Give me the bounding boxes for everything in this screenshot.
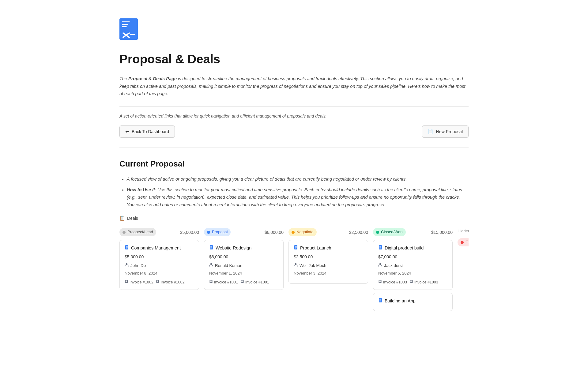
- deal-amount: $5,000.00: [125, 253, 194, 260]
- invoice-number: Invoice #1002: [130, 279, 153, 285]
- deal-card-title-row: Product Launch: [294, 245, 363, 252]
- deal-invoices: Invoice #1003Invoice #1003: [378, 279, 447, 285]
- svg-rect-8: [126, 246, 128, 247]
- document-icon: 📄: [428, 129, 434, 134]
- current-proposal-bullets: A focused view of active or ongoing prop…: [119, 175, 469, 209]
- current-proposal-title: Current Proposal: [119, 158, 469, 170]
- deal-card-doc-icon: [378, 298, 383, 305]
- invoice-tag[interactable]: Invoice #1001: [209, 279, 238, 285]
- column-header-closed-won: Closed/Won$15,000.00: [373, 228, 453, 236]
- deal-invoices: Invoice #1002Invoice #1002: [125, 279, 194, 285]
- bullet-1: A focused view of active or ongoing prop…: [127, 175, 469, 183]
- deal-card[interactable]: Digital product build$7,000.00Jack dorsi…: [373, 240, 453, 290]
- person-name: John Do: [130, 262, 146, 269]
- column-header-prospect: Prospect/Lead$5,000.00: [119, 228, 199, 236]
- action-description: A set of action-oriented links that allo…: [119, 113, 469, 119]
- status-badge-closed-won: Closed/Won: [373, 228, 406, 236]
- person-name: Ronald Koman: [215, 262, 242, 269]
- hidden-dot: [461, 241, 464, 244]
- invoice-number: Invoice #1002: [161, 279, 185, 285]
- page-container: Proposal & Deals The Proposal & Deals Pa…: [95, 0, 493, 339]
- svg-rect-15: [126, 282, 126, 282]
- kanban-column-negotiate: Negotiate$2,500.00Product Launch$2,500.0…: [288, 228, 368, 314]
- svg-rect-54: [379, 301, 381, 301]
- hidden-badge-Closed/Lost: Closed/Lost: [458, 238, 469, 246]
- invoice-tag[interactable]: Invoice #1001: [240, 279, 269, 285]
- svg-rect-36: [295, 248, 296, 249]
- status-badge-proposal: Proposal: [204, 228, 231, 236]
- invoice-tag[interactable]: Invoice #1002: [125, 279, 153, 285]
- svg-rect-9: [126, 247, 128, 248]
- divider-1: [119, 106, 469, 107]
- svg-rect-13: [126, 280, 127, 281]
- deals-icon: 📋: [119, 215, 125, 222]
- person-icon: [294, 262, 298, 269]
- new-proposal-label: New Proposal: [436, 129, 463, 134]
- svg-rect-28: [210, 282, 211, 282]
- svg-rect-52: [379, 299, 381, 300]
- hidden-group-item: Closed/Lost$0.00: [458, 238, 469, 246]
- svg-rect-3: [122, 26, 127, 27]
- deal-card[interactable]: Website Redesign$6,000.00Ronald KomanNov…: [204, 240, 284, 290]
- deal-amount: $2,500.00: [294, 253, 363, 260]
- svg-rect-19: [157, 282, 158, 282]
- deal-card-doc-icon: [294, 245, 298, 252]
- logo-icon: [119, 18, 469, 49]
- deal-card[interactable]: Companies Management$5,000.00John DoNove…: [119, 240, 199, 290]
- svg-rect-6: [130, 34, 135, 35]
- status-dot-closed-won: [376, 231, 379, 234]
- svg-rect-17: [157, 280, 158, 281]
- deal-date: November 5, 2024: [378, 270, 447, 277]
- invoice-icon: [209, 279, 213, 285]
- svg-rect-31: [241, 281, 243, 281]
- back-to-dashboard-button[interactable]: ⬅ Back To Dashboard: [119, 125, 175, 138]
- hidden-groups-label: Hidden groups: [458, 228, 469, 234]
- description-bold: Proposal & Deals Page: [128, 76, 177, 81]
- invoice-icon: [240, 279, 244, 285]
- kanban-column-closed-won: Closed/Won$15,000.00Digital product buil…: [373, 228, 453, 314]
- invoice-tag[interactable]: Invoice #1003: [409, 279, 438, 285]
- kanban-column-prospect: Prospect/Lead$5,000.00Companies Manageme…: [119, 228, 199, 314]
- deal-card[interactable]: Product Launch$2,500.00Well Jak MechNove…: [288, 240, 368, 284]
- deal-card-title-row: Companies Management: [125, 245, 194, 252]
- svg-rect-53: [379, 300, 381, 301]
- svg-rect-44: [379, 280, 381, 281]
- svg-rect-21: [210, 246, 212, 247]
- person-name: Jack dorsi: [384, 262, 403, 269]
- invoice-number: Invoice #1003: [383, 279, 407, 285]
- status-badge-prospect: Prospect/Lead: [119, 228, 156, 236]
- invoice-tag[interactable]: Invoice #1003: [378, 279, 407, 285]
- hidden-groups-column: Hidden groupsClosed/Lost$0.00: [458, 228, 469, 314]
- kanban-board: Prospect/Lead$5,000.00Companies Manageme…: [119, 228, 469, 314]
- deal-person: John Do: [125, 262, 194, 269]
- invoice-icon: [125, 279, 128, 285]
- column-label-prospect: Prospect/Lead: [127, 229, 153, 235]
- deal-card-title-row: Digital product build: [378, 245, 447, 252]
- bullet-2: How to Use It: Use this section to monit…: [127, 186, 469, 209]
- deal-card-doc-icon: [209, 245, 213, 252]
- invoice-icon: [409, 279, 413, 285]
- deal-card[interactable]: Building an App: [373, 293, 453, 311]
- svg-rect-1: [122, 21, 130, 22]
- deal-person: Jack dorsi: [378, 262, 447, 269]
- back-button-label: Back To Dashboard: [132, 129, 169, 134]
- column-label-closed-won: Closed/Won: [381, 229, 403, 235]
- svg-rect-22: [210, 247, 212, 248]
- svg-rect-48: [410, 280, 412, 281]
- svg-rect-45: [379, 281, 381, 281]
- page-title: Proposal & Deals: [119, 49, 469, 69]
- person-icon: [125, 262, 129, 269]
- deal-card-doc-icon: [378, 245, 383, 252]
- column-label-negotiate: Negotiate: [296, 229, 314, 235]
- column-total-prospect: $5,000.00: [180, 229, 199, 236]
- svg-rect-32: [241, 282, 242, 282]
- back-arrow-icon: ⬅: [125, 129, 129, 134]
- invoice-tag[interactable]: Invoice #1002: [156, 279, 185, 285]
- svg-rect-34: [295, 246, 297, 247]
- status-dot-negotiate: [292, 231, 295, 234]
- action-buttons-row: ⬅ Back To Dashboard 📄 New Proposal: [119, 125, 469, 138]
- deal-person: Well Jak Mech: [294, 262, 363, 269]
- new-proposal-button[interactable]: 📄 New Proposal: [422, 125, 469, 138]
- svg-rect-39: [379, 246, 381, 247]
- page-description: The Proposal & Deals Page is designed to…: [119, 75, 469, 98]
